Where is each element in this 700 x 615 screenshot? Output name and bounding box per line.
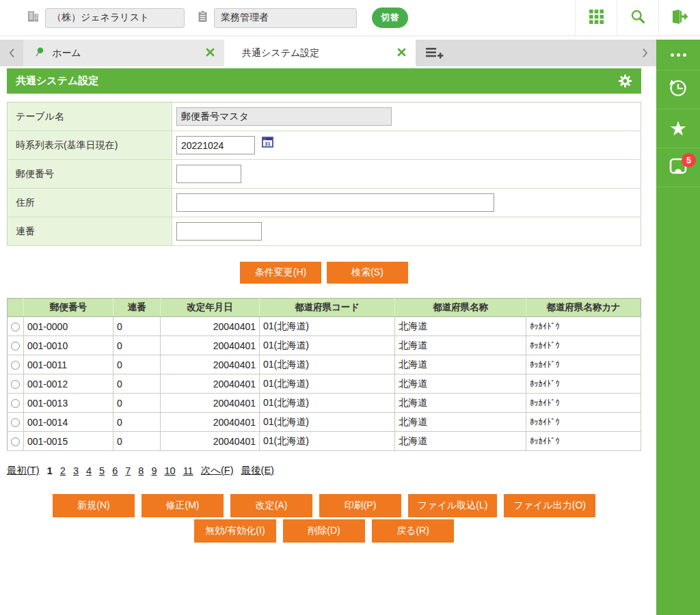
row-select-radio[interactable] xyxy=(11,418,20,427)
logout-button[interactable] xyxy=(658,0,700,36)
action-button[interactable]: 改定(A) xyxy=(230,494,312,517)
tab-active-close-icon[interactable] xyxy=(397,48,406,59)
page-number-link[interactable]: 5 xyxy=(99,465,105,476)
action-button[interactable]: ファイル出力(O) xyxy=(504,494,595,517)
role-input[interactable] xyxy=(214,8,357,28)
action-button[interactable]: 戻る(R) xyxy=(372,519,454,543)
cell-pref-kana: ﾎｯｶｲﾄﾞｳ xyxy=(526,317,641,336)
page-current: 1 xyxy=(47,465,53,476)
main-content: ホーム 共通システム設定 共通システム設定 xyxy=(0,40,656,543)
address-input[interactable] xyxy=(176,193,494,212)
page-number-link[interactable]: 10 xyxy=(164,465,175,476)
cell-pref-name: 北海道 xyxy=(395,336,526,355)
action-button[interactable]: 新規(N) xyxy=(53,494,135,517)
table-row: 001-0010 0 20040401 01(北海道) 北海道 ﾎｯｶｲﾄﾞｳ xyxy=(8,336,641,355)
role-clipboard-icon xyxy=(197,10,208,26)
cell-sequence: 0 xyxy=(113,317,161,336)
page-title: 共通システム設定 xyxy=(16,74,98,87)
sequence-label: 連番 xyxy=(8,217,172,246)
header-zipcode: 郵便番号 xyxy=(24,299,113,317)
page-number-link[interactable]: 4 xyxy=(86,465,92,476)
cell-zipcode: 001-0013 xyxy=(24,394,113,413)
page-number-link[interactable]: 11 xyxy=(183,465,193,476)
cell-pref-code: 01(北海道) xyxy=(260,374,395,394)
action-button[interactable]: ファイル取込(L) xyxy=(408,494,497,517)
form-row-timeseries: 時系列表示(基準日現在) 31 xyxy=(8,131,641,160)
settings-gear-icon[interactable] xyxy=(618,74,632,88)
action-button[interactable]: 印刷(P) xyxy=(319,494,401,517)
cell-pref-kana: ﾎｯｶｲﾄﾞｳ xyxy=(526,394,641,413)
cell-pref-code: 01(北海道) xyxy=(260,317,395,336)
action-button[interactable]: 削除(D) xyxy=(283,519,365,543)
history-button[interactable] xyxy=(656,70,700,109)
header-revision-date: 改定年月日 xyxy=(161,299,260,317)
page-number-link[interactable]: 6 xyxy=(112,465,118,476)
timeseries-label: 時系列表示(基準日現在) xyxy=(8,131,172,160)
form-row-zipcode: 郵便番号 xyxy=(8,160,641,189)
page-number-link[interactable]: 7 xyxy=(125,465,131,476)
history-clock-icon xyxy=(668,78,688,101)
tabbar: ホーム 共通システム設定 xyxy=(0,40,656,66)
cell-pref-kana: ﾎｯｶｲﾄﾞｳ xyxy=(526,355,641,374)
table-name-label: テーブル名 xyxy=(8,102,172,131)
add-tab-button[interactable] xyxy=(426,40,444,66)
more-menu-button[interactable] xyxy=(656,40,700,70)
cell-pref-name: 北海道 xyxy=(395,413,526,432)
cell-sequence: 0 xyxy=(113,432,161,451)
app-grid-button[interactable] xyxy=(575,0,617,36)
page-first-link[interactable]: 最初(T) xyxy=(7,464,40,477)
change-condition-button[interactable]: 条件変更(H) xyxy=(240,262,321,284)
tab-common-system-settings[interactable]: 共通システム設定 xyxy=(224,40,416,66)
table-row: 001-0014 0 20040401 01(北海道) 北海道 ﾎｯｶｲﾄﾞｳ xyxy=(8,413,641,432)
cell-pref-name: 北海道 xyxy=(395,394,526,413)
cell-revision-date: 20040401 xyxy=(161,394,260,413)
zipcode-label: 郵便番号 xyxy=(8,160,172,189)
form-row-table-name: テーブル名 xyxy=(8,102,641,131)
page-next-link[interactable]: 次へ(F) xyxy=(201,464,234,477)
row-select-radio[interactable] xyxy=(11,323,20,331)
cell-zipcode: 001-0012 xyxy=(24,374,113,394)
tabs-scroll-left-button[interactable] xyxy=(0,40,23,66)
cell-revision-date: 20040401 xyxy=(161,374,260,394)
cell-pref-name: 北海道 xyxy=(395,355,526,374)
company-input[interactable] xyxy=(45,8,185,28)
cell-pref-kana: ﾎｯｶｲﾄﾞｳ xyxy=(526,336,641,355)
row-select-radio[interactable] xyxy=(11,342,20,351)
action-buttons-row-2: 無効/有効化(I)削除(D)戻る(R) xyxy=(7,519,641,543)
inbox-button[interactable]: 5 xyxy=(656,148,700,187)
tabs-scroll-right-button[interactable] xyxy=(633,40,656,66)
action-buttons-row-1: 新規(N)修正(M)改定(A)印刷(P)ファイル取込(L)ファイル出力(O) xyxy=(7,494,641,517)
switch-button[interactable]: 切替 xyxy=(372,8,408,28)
page-number-link[interactable]: 8 xyxy=(138,465,144,476)
favorites-button[interactable]: ★ xyxy=(656,109,700,148)
row-select-radio[interactable] xyxy=(11,361,20,370)
page-last-link[interactable]: 最後(E) xyxy=(241,464,274,477)
page-number-link[interactable]: 3 xyxy=(73,465,79,476)
cell-revision-date: 20040401 xyxy=(161,413,260,432)
calendar-icon[interactable]: 31 xyxy=(262,136,273,150)
cell-zipcode: 001-0015 xyxy=(24,432,113,451)
search-button[interactable] xyxy=(617,0,658,36)
cell-pref-code: 01(北海道) xyxy=(260,336,395,355)
page-number-link[interactable]: 2 xyxy=(60,465,66,476)
tab-home-close-icon[interactable] xyxy=(206,48,215,59)
page-number-link[interactable]: 9 xyxy=(151,465,157,476)
row-select-radio[interactable] xyxy=(11,399,20,408)
table-row: 001-0015 0 20040401 01(北海道) 北海道 ﾎｯｶｲﾄﾞｳ xyxy=(8,432,641,451)
cell-sequence: 0 xyxy=(113,413,161,432)
action-button[interactable]: 修正(M) xyxy=(142,494,224,517)
base-date-input[interactable] xyxy=(176,136,255,154)
search-execute-button[interactable]: 検索(S) xyxy=(327,262,408,284)
cell-sequence: 0 xyxy=(113,355,161,374)
pagination: 最初(T) 1 234567891011 次へ(F) 最後(E) xyxy=(7,464,656,477)
sequence-input[interactable] xyxy=(176,222,262,241)
right-sidebar: ★ 5 xyxy=(656,40,700,615)
row-select-radio[interactable] xyxy=(11,380,20,389)
tab-home[interactable]: ホーム xyxy=(23,40,224,66)
zipcode-input[interactable] xyxy=(176,165,241,183)
pin-icon xyxy=(35,46,44,59)
row-select-radio[interactable] xyxy=(11,437,20,446)
search-icon xyxy=(630,9,645,27)
action-button[interactable]: 無効/有効化(I) xyxy=(194,519,276,543)
header-select xyxy=(8,299,24,317)
